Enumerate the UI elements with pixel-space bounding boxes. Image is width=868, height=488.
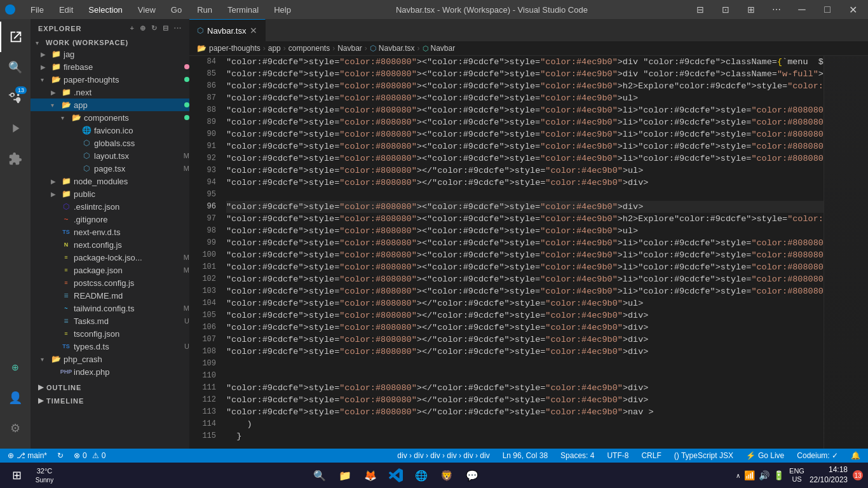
new-folder-icon[interactable]: ⊕	[140, 24, 146, 32]
settings-icon[interactable]: ⋯	[766, 3, 787, 17]
sidebar-item-readme[interactable]: ▶ ≡ README.md	[31, 289, 189, 302]
sidebar-item-tailwind[interactable]: ▶ ~ tailwind.config.ts M	[31, 302, 189, 315]
code-line-109[interactable]	[226, 358, 824, 370]
sidebar-item-eslint[interactable]: ▶ ⬡ .eslintrc.json	[31, 200, 189, 213]
brave-taskbar-icon[interactable]: 🦁	[435, 464, 458, 487]
code-line-85[interactable]: "color:#9cdcfe">style="color:#808080"><"…	[226, 68, 824, 80]
code-line-115[interactable]: }	[226, 430, 824, 442]
sidebar-item-components[interactable]: ▾ 📂 components	[31, 111, 189, 124]
go-live-status[interactable]: ⚡ Go Live	[743, 449, 787, 463]
extensions-activity-icon[interactable]	[0, 144, 31, 174]
code-line-112[interactable]: "color:#9cdcfe">style="color:#808080"></…	[226, 394, 824, 406]
sidebar-item-layout[interactable]: ▶ ⬡ layout.tsx M	[31, 149, 189, 162]
menu-go[interactable]: Go	[168, 4, 184, 16]
breadcrumb-navbar-symbol[interactable]: ⬡ Navbar	[423, 44, 456, 53]
encoding-status[interactable]: UTF-8	[604, 449, 631, 463]
sidebar-item-favicon[interactable]: ▶ 🌐 favicon.ico	[31, 124, 189, 137]
sidebar-item-postcss[interactable]: ▶ ≡ postcss.config.js	[31, 276, 189, 289]
code-line-108[interactable]: "color:#9cdcfe">style="color:#808080"></…	[226, 346, 824, 358]
timeline-header[interactable]: ▶ TIMELINE	[31, 394, 189, 407]
search-taskbar-icon[interactable]: 🔍	[308, 464, 331, 487]
window-controls[interactable]: ⊟ ⊡ ⊞ ⋯ ─ □ ✕	[690, 3, 863, 17]
sidebar-item-next-env[interactable]: ▶ TS next-env.d.ts	[31, 226, 189, 238]
code-line-87[interactable]: "color:#9cdcfe">style="color:#808080"><"…	[226, 92, 824, 104]
code-line-104[interactable]: "color:#9cdcfe">style="color:#808080"></…	[226, 297, 824, 309]
tray-expand-icon[interactable]: ∧	[736, 472, 740, 479]
menu-terminal[interactable]: Terminal	[225, 4, 261, 16]
close-tab-navbar[interactable]: ✕	[250, 25, 257, 36]
code-line-114[interactable]: )	[226, 418, 824, 430]
close-button[interactable]: ✕	[843, 3, 863, 17]
clock-display[interactable]: 14:18 22/10/2023	[810, 465, 848, 485]
sidebar-item-node-modules[interactable]: ▶ 📁 node_modules	[31, 175, 189, 187]
sidebar-item-tasks[interactable]: ▶ ≡ Tasks.md U	[31, 315, 189, 327]
sidebar-item-paper-thoughts[interactable]: ▾ 📂 paper-thoughts	[31, 73, 189, 86]
sidebar-item-types[interactable]: ▶ TS types.d.ts U	[31, 340, 189, 353]
notification-badge[interactable]: 13	[853, 470, 863, 480]
code-line-105[interactable]: "color:#9cdcfe">style="color:#808080"></…	[226, 309, 824, 322]
battery-tray-icon[interactable]: 🔋	[773, 470, 784, 480]
sidebar-item-page[interactable]: ▶ ⬡ page.tsx M	[31, 162, 189, 175]
remote-status[interactable]: ⊕ ⎇ main*	[5, 449, 50, 463]
code-content[interactable]: "color:#9cdcfe">style="color:#808080"><"…	[221, 56, 824, 449]
breadcrumb-navbar-file[interactable]: Navbar.tsx	[379, 44, 415, 53]
account-activity-icon[interactable]: 👤	[0, 383, 31, 413]
maximize-button[interactable]: □	[817, 3, 837, 17]
sidebar-item-gitignore[interactable]: ▶ ~ .gitignore	[31, 213, 189, 226]
code-line-92[interactable]: "color:#9cdcfe">style="color:#808080"><"…	[226, 152, 824, 165]
run-debug-activity-icon[interactable]	[0, 113, 31, 144]
menu-bar[interactable]: File Edit Selection View Go Run Terminal…	[28, 4, 294, 16]
remote-activity-icon[interactable]: ⊕	[0, 352, 31, 383]
menu-view[interactable]: View	[135, 4, 158, 16]
layout-icons2[interactable]: ⊡	[715, 3, 736, 17]
sidebar-item-jag[interactable]: ▶ 📁 jag	[31, 48, 189, 60]
firefox-taskbar-icon[interactable]: 🦊	[359, 464, 382, 487]
code-line-103[interactable]: "color:#9cdcfe">style="color:#808080"><"…	[226, 285, 824, 297]
sidebar-item-next[interactable]: ▶ 📁 .next	[31, 86, 189, 98]
code-line-107[interactable]: "color:#9cdcfe">style="color:#808080"></…	[226, 334, 824, 346]
code-line-101[interactable]: "color:#9cdcfe">style="color:#808080"><"…	[226, 261, 824, 273]
sidebar-icons[interactable]: + ⊕ ↻ ⊟ ···	[130, 24, 182, 32]
tab-navbar[interactable]: ⬡ Navbar.tsx ✕	[189, 19, 266, 41]
sidebar-item-index-php[interactable]: ▶ PHP index.php	[31, 365, 189, 378]
sidebar-item-package-json[interactable]: ▶ ≡ package.json M	[31, 264, 189, 276]
menu-run[interactable]: Run	[194, 4, 215, 16]
code-line-113[interactable]: "color:#9cdcfe">style="color:#808080"></…	[226, 406, 824, 418]
menu-edit[interactable]: Edit	[57, 4, 76, 16]
cursor-position-status[interactable]: Ln 96, Col 38	[500, 449, 550, 463]
sidebar-item-public[interactable]: ▶ 📁 public	[31, 187, 189, 200]
source-control-activity-icon[interactable]: 13	[0, 83, 31, 113]
minimize-button[interactable]: ─	[792, 3, 812, 17]
breadcrumb-components[interactable]: components	[288, 44, 330, 53]
sidebar-item-php-crash[interactable]: ▾ 📂 php_crash	[31, 353, 189, 365]
breadcrumb-app[interactable]: app	[268, 44, 281, 53]
sync-status[interactable]: ↻	[55, 449, 66, 463]
code-line-111[interactable]: "color:#9cdcfe">style="color:#808080"></…	[226, 382, 824, 394]
more-sidebar-icon[interactable]: ···	[174, 24, 182, 32]
sidebar-item-next-config[interactable]: ▶ N next.config.js	[31, 238, 189, 251]
settings-activity-icon[interactable]: ⚙	[0, 413, 31, 444]
file-explorer-taskbar-icon[interactable]: 📁	[334, 464, 356, 487]
layout-icons[interactable]: ⊟	[690, 3, 710, 17]
collapse-icon[interactable]: ⊟	[163, 24, 169, 32]
sidebar-item-firebase[interactable]: ▶ 📁 firebase	[31, 60, 189, 73]
code-line-93[interactable]: "color:#9cdcfe">style="color:#808080"></…	[226, 165, 824, 177]
code-editor[interactable]: 8485868788899091929394959697989910010110…	[189, 56, 868, 449]
sidebar-item-app[interactable]: ▾ 📂 app	[31, 98, 189, 111]
spaces-status[interactable]: Spaces: 4	[558, 449, 597, 463]
code-line-95[interactable]	[226, 189, 824, 201]
notification-icon[interactable]: 🔔	[848, 449, 863, 463]
code-line-102[interactable]: "color:#9cdcfe">style="color:#808080"><"…	[226, 273, 824, 285]
code-line-94[interactable]: "color:#9cdcfe">style="color:#808080"></…	[226, 177, 824, 189]
errors-status[interactable]: ⊗ 0 ⚠ 0	[71, 449, 108, 463]
code-line-88[interactable]: "color:#9cdcfe">style="color:#808080"><"…	[226, 104, 824, 116]
edge-taskbar-icon[interactable]: 🌐	[410, 464, 433, 487]
outline-header[interactable]: ▶ OUTLINE	[31, 381, 189, 394]
code-line-98[interactable]: "color:#9cdcfe">style="color:#808080"><"…	[226, 225, 824, 237]
menu-file[interactable]: File	[28, 4, 46, 16]
code-line-91[interactable]: "color:#9cdcfe">style="color:#808080"><"…	[226, 140, 824, 152]
new-file-icon[interactable]: +	[130, 24, 134, 32]
menu-selection[interactable]: Selection	[86, 4, 125, 16]
code-line-110[interactable]	[226, 370, 824, 382]
vscode-taskbar-icon[interactable]	[384, 464, 407, 487]
